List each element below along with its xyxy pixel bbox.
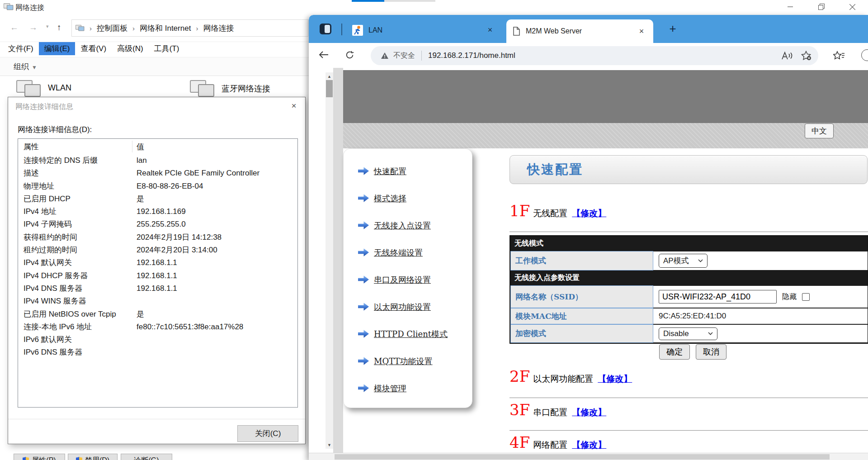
up-icon[interactable]: ↑ xyxy=(57,23,61,33)
divider xyxy=(509,430,868,431)
breadcrumb-network-internet[interactable]: 网络和 Internet xyxy=(140,23,191,33)
workspaces-icon[interactable] xyxy=(319,23,332,35)
properties-button[interactable]: 属性(P) xyxy=(14,454,65,460)
close-button[interactable] xyxy=(837,0,868,14)
address-bar[interactable]: 不安全 192.168.2.171/home.html xyxy=(371,46,818,65)
detail-row[interactable]: IPv4 DNS 服务器 192.168.1.1 xyxy=(18,282,297,295)
scrollbar-thumb[interactable] xyxy=(326,80,333,97)
window-controls xyxy=(774,0,868,14)
detail-row[interactable]: IPv4 默认网关 192.168.1.1 xyxy=(18,256,297,269)
read-aloud-icon[interactable] xyxy=(781,51,793,60)
new-tab-button[interactable]: + xyxy=(666,22,679,36)
detail-row[interactable]: 物理地址 E8-80-88-26-EB-04 xyxy=(18,180,297,193)
work-mode-select[interactable]: AP模式 xyxy=(659,254,708,268)
modify-link[interactable]: 【修改】 xyxy=(572,407,606,418)
detail-row[interactable]: 已启用 NetBIOS over Tcpip 是 xyxy=(18,308,297,321)
partial-toolbar-icon[interactable] xyxy=(861,49,868,61)
favorites-bar-icon[interactable] xyxy=(833,51,845,61)
chevron-down-icon xyxy=(698,259,703,262)
organize-button[interactable]: 组织▼ xyxy=(14,62,37,72)
language-button[interactable]: 中文 xyxy=(805,123,834,138)
network-adapter-icon xyxy=(190,80,215,98)
detail-row[interactable]: IPv6 默认网关 xyxy=(18,333,297,346)
connection-label: WLAN xyxy=(48,83,71,93)
encryption-select[interactable]: Disable xyxy=(659,327,717,340)
detail-row[interactable]: 已启用 DHCP 是 xyxy=(18,193,297,205)
section-4f: 4F 网络配置 【修改】 xyxy=(509,433,606,451)
modify-link[interactable]: 【修改】 xyxy=(572,208,606,219)
menu-file[interactable]: 文件(F) xyxy=(3,42,39,55)
tab-close-icon[interactable]: × xyxy=(636,27,647,36)
sidebar-nav-item[interactable]: MQTT功能设置 xyxy=(344,356,472,383)
tab-label: M2M Web Server xyxy=(526,27,636,35)
chevron-icon: › xyxy=(196,24,198,32)
sidebar-nav-item[interactable]: 快速配置 xyxy=(344,166,472,193)
not-secure-warning-icon xyxy=(381,52,389,59)
menu-advanced[interactable]: 高级(N) xyxy=(112,42,149,55)
horizontal-scrollbar[interactable] xyxy=(309,453,868,460)
network-connections-icon xyxy=(4,3,14,11)
tab-m2m-web-server[interactable]: M2M Web Server × xyxy=(506,19,653,43)
detail-row[interactable]: 连接特定的 DNS 后缀 lan xyxy=(18,154,297,167)
breadcrumb[interactable]: › 控制面板 › 网络和 Internet › 网络连接 xyxy=(71,19,308,37)
forward-icon[interactable]: → xyxy=(29,23,38,33)
back-icon[interactable] xyxy=(319,50,329,59)
disable-button[interactable]: 禁用(D) xyxy=(68,454,118,460)
detail-row[interactable]: 获得租约的时间 2024年2月19日 14:12:38 xyxy=(18,231,297,244)
sidebar-nav-item[interactable]: 模块管理 xyxy=(344,383,472,410)
uac-shield-icon xyxy=(76,457,82,460)
close-dialog-button[interactable]: 关闭(C) xyxy=(237,425,298,442)
menu-edit[interactable]: 编辑(E) xyxy=(39,42,75,55)
banner-strip xyxy=(343,123,868,148)
sidebar-nav-item[interactable]: HTTPD Client模式 xyxy=(344,329,472,356)
menu-tools[interactable]: 工具(T) xyxy=(149,42,185,55)
detail-row[interactable]: IPv4 DHCP 服务器 192.168.1.1 xyxy=(18,270,297,282)
arrow-right-icon xyxy=(358,357,369,365)
sidebar-nav-item[interactable]: 以太网功能设置 xyxy=(344,302,472,329)
address-divider xyxy=(421,51,422,61)
table-row: 工作模式 AP模式 xyxy=(510,251,868,270)
confirm-button[interactable]: 确定 xyxy=(659,344,690,360)
restore-button[interactable] xyxy=(806,0,837,14)
scrollbar-thumb[interactable] xyxy=(335,454,830,460)
modify-link[interactable]: 【修改】 xyxy=(572,439,606,451)
tab-lan[interactable]: LAN × xyxy=(346,17,502,43)
menu-view[interactable]: 查看(V) xyxy=(75,42,112,55)
detail-row[interactable]: 连接-本地 IPv6 地址 fe80::7c10:5651:3f8e:aa17%… xyxy=(18,321,297,333)
modify-link[interactable]: 【修改】 xyxy=(598,373,632,385)
diagnose-button[interactable]: 诊断(G) xyxy=(121,454,172,460)
chevron-icon: › xyxy=(132,24,135,32)
connection-item-bluetooth[interactable]: 蓝牙网络连接 xyxy=(190,80,270,98)
sidebar-nav-item[interactable]: 无线终端设置 xyxy=(344,247,472,275)
connection-item-wlan[interactable]: WLAN xyxy=(16,80,71,98)
detail-row[interactable]: 描述 Realtek PCIe GbE Family Controller xyxy=(18,167,297,180)
sidebar-nav-item[interactable]: 模式选择 xyxy=(344,193,472,220)
sidebar-nav-item[interactable]: 无线接入点设置 xyxy=(344,220,472,247)
tab-close-icon[interactable]: × xyxy=(485,25,495,35)
back-icon[interactable]: ← xyxy=(10,23,19,33)
hidden-checkbox[interactable] xyxy=(802,293,810,301)
detail-row[interactable]: IPv6 DNS 服务器 xyxy=(18,346,297,359)
sidebar-nav-item[interactable]: 串口及网络设置 xyxy=(344,275,472,302)
reload-icon[interactable] xyxy=(345,50,354,60)
add-favorite-icon[interactable] xyxy=(801,51,812,61)
wireless-config-table: 无线模式 工作模式 AP模式 无线接入点参数设置 网络名称（SSID） 隐藏 xyxy=(509,235,868,344)
ssid-input[interactable] xyxy=(659,290,777,304)
dialog-title: 网络连接详细信息 xyxy=(15,102,73,112)
detail-row[interactable]: IPv4 子网掩码 255.255.255.0 xyxy=(18,218,297,231)
vertical-scrollbar[interactable]: ▲ ▼ xyxy=(326,72,333,449)
detail-row[interactable]: IPv4 WINS 服务器 xyxy=(18,295,297,308)
minimize-button[interactable] xyxy=(774,0,806,14)
ssid-label: 网络名称（SSID） xyxy=(510,285,653,308)
breadcrumb-network-connections[interactable]: 网络连接 xyxy=(203,23,234,33)
scroll-up-icon[interactable]: ▲ xyxy=(326,72,333,80)
dialog-close-icon[interactable]: × xyxy=(288,100,300,112)
detail-row[interactable]: 租约过期的时间 2024年2月20日 3:14:00 xyxy=(18,244,297,256)
cancel-button[interactable]: 取消 xyxy=(696,344,726,360)
breadcrumb-control-panel[interactable]: 控制面板 xyxy=(97,23,127,33)
scroll-down-icon[interactable]: ▼ xyxy=(326,441,333,449)
url-text: 192.168.2.171/home.html xyxy=(428,51,773,60)
recent-locations-icon[interactable]: ▾ xyxy=(46,24,49,29)
section-1f: 1F 无线配置 【修改】 xyxy=(509,202,606,220)
detail-row[interactable]: IPv4 地址 192.168.1.169 xyxy=(18,205,297,218)
